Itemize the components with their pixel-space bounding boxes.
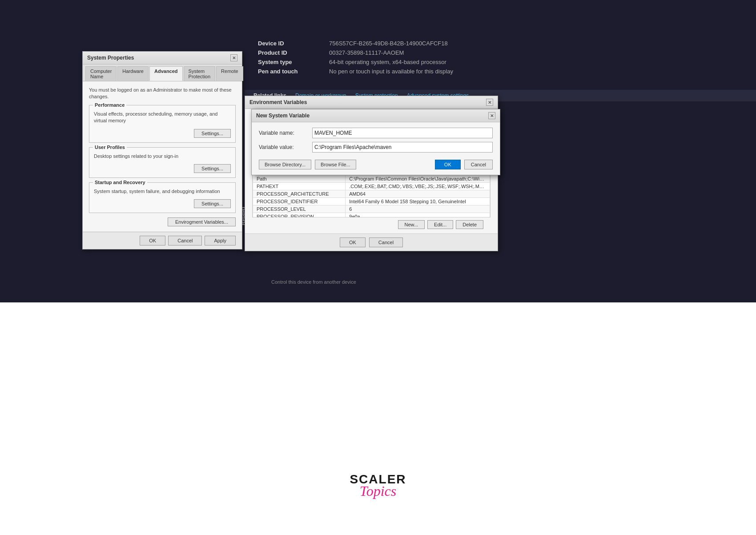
sys-vars-edit-button[interactable]: Edit... <box>427 220 453 229</box>
table-row[interactable]: PROCESSOR_REVISION 9e0a <box>253 213 490 218</box>
env-vars-title: Environment Variables <box>249 99 307 105</box>
sys-var-proc-rev-name: PROCESSOR_REVISION <box>253 213 346 218</box>
sys-var-proc-id-value: Intel64 Family 6 Model 158 Stepping 10, … <box>346 198 490 205</box>
sys-var-proc-rev-value: 9e0a <box>346 213 490 218</box>
startup-recovery-section: Startup and Recovery System startup, sys… <box>89 182 236 213</box>
table-row[interactable]: PROCESSOR_LEVEL 6 <box>253 205 490 213</box>
startup-label: Startup and Recovery <box>93 180 147 185</box>
performance-section: Performance Visual effects, processor sc… <box>89 105 236 143</box>
system-properties-ok-button[interactable]: OK <box>140 236 165 245</box>
system-properties-cancel-button[interactable]: Cancel <box>168 236 202 245</box>
tab-system-protection[interactable]: System Protection <box>184 66 216 81</box>
sys-var-pathext-value: .COM;.EXE;.BAT;.CMD;.VBS;.VBE;.JS;.JSE;.… <box>346 183 490 190</box>
user-profiles-label: User Profiles <box>93 145 127 150</box>
table-row[interactable]: PROCESSOR_ARCHITECTURE AMD64 <box>253 190 490 198</box>
scaler-logo: SCALER Topics <box>350 472 406 499</box>
sys-var-proc-arch-value: AMD64 <box>346 190 490 198</box>
system-properties-footer: OK Cancel Apply <box>83 232 242 249</box>
sys-var-proc-level-name: PROCESSOR_LEVEL <box>253 205 346 213</box>
system-properties-tabs: Computer Name Hardware Advanced System P… <box>83 64 242 81</box>
product-id-value: 00327-35898-11117-AAOEM <box>329 49 404 56</box>
system-properties-apply-button[interactable]: Apply <box>205 236 236 245</box>
env-vars-footer: OK Cancel <box>245 233 498 251</box>
system-properties-titlebar: System Properties ✕ <box>83 52 242 64</box>
admin-message: You must be logged on as an Administrato… <box>89 87 236 101</box>
sys-var-proc-level-value: 6 <box>346 205 490 213</box>
new-var-close-button[interactable]: ✕ <box>488 112 495 119</box>
startup-settings-button[interactable]: Settings... <box>194 199 231 208</box>
user-profiles-settings-button[interactable]: Settings... <box>194 164 231 173</box>
bottom-white-area <box>0 302 756 535</box>
var-value-label: Variable value: <box>259 144 312 150</box>
env-vars-titlebar: Environment Variables ✕ <box>245 96 498 109</box>
browse-file-button[interactable]: Browse File... <box>315 160 356 169</box>
system-properties-content: You must be logged on as an Administrato… <box>83 81 242 232</box>
performance-settings-button[interactable]: Settings... <box>194 129 231 138</box>
topics-text: Topics <box>360 483 396 499</box>
sys-var-path-name: Path <box>253 175 346 183</box>
performance-desc: Visual effects, processor scheduling, me… <box>94 111 231 125</box>
tab-hardware[interactable]: Hardware <box>117 66 149 81</box>
tab-remote[interactable]: Remote <box>216 66 243 81</box>
device-id-label: Device ID <box>258 40 329 47</box>
sys-vars-delete-button[interactable]: Delete <box>456 220 483 229</box>
sys-var-proc-id-name: PROCESSOR_IDENTIFIER <box>253 198 346 205</box>
system-properties-dialog: System Properties ✕ Computer Name Hardwa… <box>82 51 242 249</box>
env-vars-close-button[interactable]: ✕ <box>486 99 493 106</box>
sys-var-path-value: C:\Program Files\Common Files\Oracle\Jav… <box>346 175 490 183</box>
env-vars-ok-button[interactable]: OK <box>340 237 366 247</box>
new-var-titlebar: New System Variable ✕ <box>252 109 500 122</box>
control-device-text: Control this device from another device <box>271 279 356 285</box>
var-name-input[interactable] <box>312 128 493 138</box>
user-profiles-desc: Desktop settings related to your sign-in <box>94 153 231 160</box>
variable-name-row: Variable name: <box>252 128 500 138</box>
sys-var-pathext-name: PATHEXT <box>253 183 346 190</box>
browse-directory-button[interactable]: Browse Directory... <box>259 160 311 169</box>
system-type-value: 64-bit operating system, x64-based proce… <box>329 59 446 65</box>
new-var-form: Variable name: Variable value: Browse Di… <box>252 122 500 175</box>
pen-touch-label: Pen and touch <box>258 68 329 75</box>
var-name-label: Variable name: <box>259 130 312 136</box>
startup-desc: System startup, system failure, and debu… <box>94 188 231 195</box>
system-type-label: System type <box>258 59 329 65</box>
tab-advanced[interactable]: Advanced <box>149 66 183 81</box>
scaler-topics-logo: SCALER Topics <box>350 472 406 499</box>
variable-value-row: Variable value: <box>252 142 500 153</box>
performance-label: Performance <box>93 102 126 108</box>
user-profiles-section: User Profiles Desktop settings related t… <box>89 147 236 178</box>
table-row[interactable]: PROCESSOR_IDENTIFIER Intel64 Family 6 Mo… <box>253 198 490 205</box>
table-row[interactable]: Path C:\Program Files\Common Files\Oracl… <box>253 175 490 183</box>
env-vars-cancel-button[interactable]: Cancel <box>369 237 403 247</box>
sys-vars-new-button[interactable]: New... <box>398 220 425 229</box>
environment-variables-button[interactable]: Envirogment Variables... <box>168 217 236 226</box>
device-id-value: 756S57CF-B265-49D8-B42B-14900CAFCF18 <box>329 40 448 47</box>
sys-var-proc-arch-name: PROCESSOR_ARCHITECTURE <box>253 190 346 198</box>
var-value-input[interactable] <box>312 142 493 153</box>
tab-computer-name[interactable]: Computer Name <box>85 66 117 81</box>
product-id-label: Product ID <box>258 49 329 56</box>
system-info-panel: Device ID 756S57CF-B265-49D8-B42B-14900C… <box>245 36 756 82</box>
table-row[interactable]: PATHEXT .COM;.EXE;.BAT;.CMD;.VBS;.VBE;.J… <box>253 183 490 190</box>
system-properties-close-button[interactable]: ✕ <box>230 54 237 61</box>
new-var-title: New System Variable <box>256 113 310 119</box>
new-var-browse-buttons: Browse Directory... Browse File... OK Ca… <box>252 156 500 173</box>
new-system-variable-dialog: New System Variable ✕ Variable name: Var… <box>251 109 500 175</box>
system-properties-title: System Properties <box>87 55 134 61</box>
sys-vars-btn-row: New... Edit... Delete <box>252 217 491 232</box>
pen-touch-value: No pen or touch input is available for t… <box>329 68 453 75</box>
new-var-cancel-button[interactable]: Cancel <box>464 160 493 169</box>
new-var-ok-button[interactable]: OK <box>435 160 461 169</box>
